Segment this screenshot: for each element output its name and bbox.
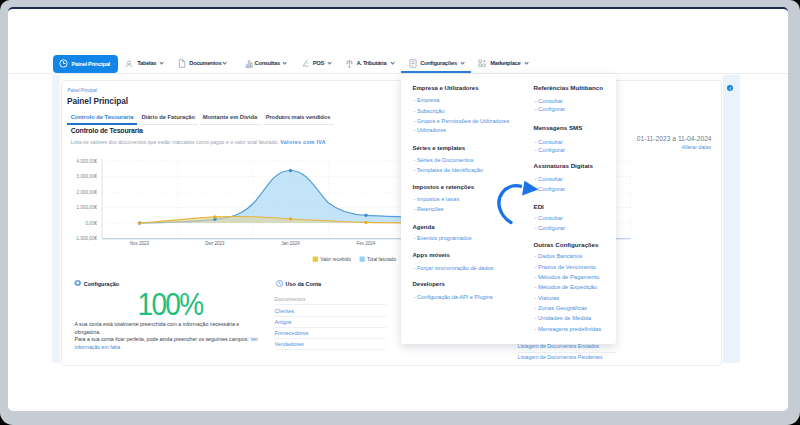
- svg-text:Total faturado: Total faturado: [367, 257, 396, 262]
- svg-text:Valor recebido: Valor recebido: [320, 257, 351, 262]
- svg-text:3.000,00€: 3.000,00€: [77, 174, 98, 179]
- svg-text:Dez 2023: Dez 2023: [205, 241, 225, 246]
- svg-text:-1.000,00€: -1.000,00€: [75, 236, 97, 241]
- svg-text:1.000,00€: 1.000,00€: [77, 205, 98, 210]
- svg-text:Jan 2024: Jan 2024: [281, 241, 300, 246]
- svg-text:0,00€: 0,00€: [86, 221, 98, 226]
- svg-text:2.000,00€: 2.000,00€: [77, 190, 98, 195]
- svg-text:Nov 2023: Nov 2023: [130, 241, 150, 246]
- svg-text:4.000,00€: 4.000,00€: [77, 159, 98, 164]
- svg-text:Fev 2024: Fev 2024: [357, 241, 376, 246]
